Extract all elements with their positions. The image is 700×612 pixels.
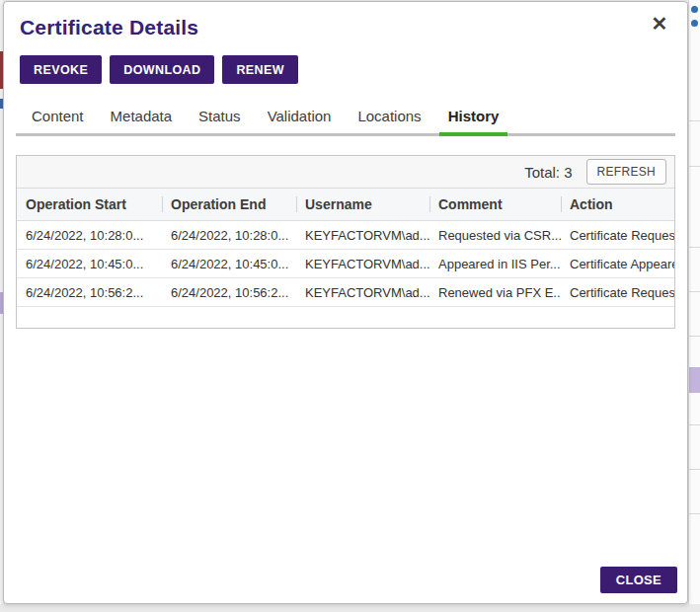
background-page-sliver-right (688, 0, 700, 604)
close-icon[interactable]: ✕ (648, 12, 671, 36)
action-button-row: REVOKE DOWNLOAD RENEW (20, 55, 675, 84)
download-button[interactable]: DOWNLOAD (110, 55, 214, 84)
background-line (689, 291, 700, 292)
cell-operation-start: 6/24/2022, 10:28:0... (17, 228, 162, 243)
tab-locations[interactable]: Locations (357, 108, 421, 133)
cell-comment: Requested via CSR... (429, 228, 561, 243)
history-table: Total: 3 REFRESH Operation Start Operati… (16, 155, 675, 329)
table-empty-footer (17, 307, 674, 328)
cell-username: KEYFACTORVM\ad... (296, 285, 429, 300)
tab-history[interactable]: History (448, 108, 500, 133)
tab-status[interactable]: Status (198, 108, 241, 133)
cell-operation-end: 6/24/2022, 10:45:0... (162, 257, 296, 271)
background-page-sliver-bottom (0, 604, 700, 612)
cell-operation-start: 6/24/2022, 10:56:2... (17, 285, 162, 300)
background-line (689, 247, 700, 248)
cell-action: Certificate Appeare... (561, 257, 674, 271)
table-header-row: Operation Start Operation End Username C… (17, 189, 674, 221)
column-header-action[interactable]: Action (561, 196, 674, 212)
cell-operation-end: 6/24/2022, 10:28:0... (162, 228, 296, 243)
column-header-operation-start[interactable]: Operation Start (17, 196, 162, 212)
background-line (689, 513, 700, 514)
background-dot-icon (691, 20, 698, 27)
cell-operation-end: 6/24/2022, 10:56:2... (162, 285, 296, 300)
renew-button[interactable]: RENEW (222, 55, 298, 84)
background-line (689, 166, 700, 167)
background-line (689, 336, 700, 337)
total-count: Total: 3 (524, 164, 572, 181)
total-value: 3 (564, 164, 572, 181)
cell-action: Certificate Request... (561, 285, 674, 300)
tab-metadata[interactable]: Metadata (111, 108, 173, 133)
table-row[interactable]: 6/24/2022, 10:45:0... 6/24/2022, 10:45:0… (17, 250, 674, 278)
tab-content[interactable]: Content (32, 108, 84, 133)
background-dot-icon (691, 6, 698, 13)
column-header-comment[interactable]: Comment (429, 196, 561, 212)
background-line (689, 424, 700, 425)
cell-username: KEYFACTORVM\ad... (296, 228, 429, 243)
cell-username: KEYFACTORVM\ad... (296, 257, 429, 271)
column-header-operation-end[interactable]: Operation End (162, 196, 296, 212)
background-line (689, 469, 700, 470)
cell-action: Certificate Request... (561, 228, 674, 243)
cell-comment: Renewed via PFX E... (429, 285, 561, 300)
close-button[interactable]: CLOSE (600, 567, 677, 593)
table-toolbar: Total: 3 REFRESH (17, 156, 674, 189)
cell-comment: Appeared in IIS Per... (429, 257, 561, 271)
tab-validation[interactable]: Validation (268, 108, 332, 133)
column-header-username[interactable]: Username (296, 196, 429, 212)
cell-operation-start: 6/24/2022, 10:45:0... (17, 257, 162, 271)
table-row[interactable]: 6/24/2022, 10:28:0... 6/24/2022, 10:28:0… (17, 221, 674, 250)
table-row[interactable]: 6/24/2022, 10:56:2... 6/24/2022, 10:56:2… (17, 278, 674, 307)
refresh-button[interactable]: REFRESH (586, 159, 666, 185)
tab-bar: Content Metadata Status Validation Locat… (16, 108, 675, 136)
background-highlight-row (689, 367, 700, 393)
total-label: Total: (524, 164, 560, 181)
background-line (689, 120, 700, 121)
dialog-title: Certificate Details (20, 16, 675, 39)
revoke-button[interactable]: REVOKE (20, 55, 102, 84)
certificate-details-dialog: Certificate Details ✕ REVOKE DOWNLOAD RE… (3, 1, 688, 604)
